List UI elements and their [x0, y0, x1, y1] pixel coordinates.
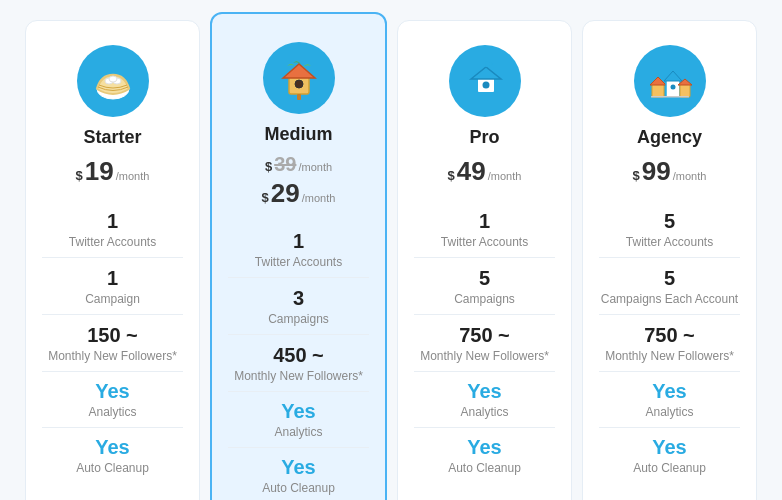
agency-icon: [634, 45, 706, 117]
medium-discounted-price-row: $ 29 /month: [262, 178, 336, 209]
agency-feature-label-1: Campaigns Each Account: [599, 292, 740, 306]
starter-feature-value-0: 1: [42, 209, 183, 233]
medium-original-price-row: $ 39 /month: [265, 153, 332, 176]
pro-feature-3: YesAnalytics: [414, 372, 555, 428]
plan-card-pro: Pro $ 49 /month 1Twitter Accounts5Campai…: [397, 20, 572, 500]
starter-price-row: $ 19 /month: [76, 156, 150, 187]
agency-feature-2: 750 ~Monthly New Followers*: [599, 315, 740, 372]
starter-icon: [77, 45, 149, 117]
pro-name: Pro: [469, 127, 499, 148]
svg-rect-11: [484, 93, 488, 101]
medium-feature-2: 450 ~Monthly New Followers*: [228, 335, 369, 392]
medium-feature-value-0: 1: [228, 229, 369, 253]
starter-feature-value-1: 1: [42, 266, 183, 290]
starter-feature-label-4: Auto Cleanup: [42, 461, 183, 475]
svg-marker-17: [664, 71, 682, 81]
agency-feature-value-3: Yes: [599, 380, 740, 403]
starter-feature-value-4: Yes: [42, 436, 183, 459]
pro-feature-label-0: Twitter Accounts: [414, 235, 555, 249]
agency-feature-label-3: Analytics: [599, 405, 740, 419]
pro-feature-value-3: Yes: [414, 380, 555, 403]
currency-symbol: $: [633, 168, 640, 183]
pro-feature-value-0: 1: [414, 209, 555, 233]
medium-period: /month: [302, 192, 336, 204]
pro-price-row: $ 49 /month: [448, 156, 522, 187]
agency-feature-1: 5Campaigns Each Account: [599, 258, 740, 315]
svg-point-3: [109, 76, 117, 82]
agency-feature-4: YesAuto Cleanup: [599, 428, 740, 483]
starter-amount: 19: [85, 156, 114, 187]
starter-feature-label-3: Analytics: [42, 405, 183, 419]
pro-feature-value-2: 750 ~: [414, 323, 555, 347]
starter-feature-2: 150 ~Monthly New Followers*: [42, 315, 183, 372]
svg-marker-13: [486, 61, 494, 67]
starter-feature-1: 1Campaign: [42, 258, 183, 315]
pro-feature-label-3: Analytics: [414, 405, 555, 419]
svg-marker-5: [283, 64, 315, 78]
agency-feature-value-4: Yes: [599, 436, 740, 459]
agency-price-row: $ 99 /month: [633, 156, 707, 187]
starter-feature-label-0: Twitter Accounts: [42, 235, 183, 249]
starter-feature-label-1: Campaign: [42, 292, 183, 306]
pro-period: /month: [488, 170, 522, 182]
pro-amount: 49: [457, 156, 486, 187]
agency-feature-label-2: Monthly New Followers*: [599, 349, 740, 363]
svg-marker-9: [471, 67, 501, 79]
currency-symbol: $: [76, 168, 83, 183]
svg-rect-7: [297, 94, 301, 100]
pro-feature-1: 5Campaigns: [414, 258, 555, 315]
svg-point-6: [295, 80, 303, 88]
pro-feature-2: 750 ~Monthly New Followers*: [414, 315, 555, 372]
agency-feature-0: 5Twitter Accounts: [599, 201, 740, 258]
agency-name: Agency: [637, 127, 702, 148]
pro-feature-0: 1Twitter Accounts: [414, 201, 555, 258]
starter-period: /month: [116, 170, 150, 182]
svg-rect-21: [651, 96, 689, 98]
starter-feature-value-3: Yes: [42, 380, 183, 403]
agency-feature-label-0: Twitter Accounts: [599, 235, 740, 249]
medium-feature-label-3: Analytics: [228, 425, 369, 439]
medium-feature-1: 3Campaigns: [228, 278, 369, 335]
agency-feature-3: YesAnalytics: [599, 372, 740, 428]
medium-icon: [263, 42, 335, 114]
pro-feature-value-4: Yes: [414, 436, 555, 459]
medium-feature-label-4: Auto Cleanup: [228, 481, 369, 495]
medium-feature-label-2: Monthly New Followers*: [228, 369, 369, 383]
agency-feature-value-0: 5: [599, 209, 740, 233]
medium-original-amount: 39: [274, 153, 296, 176]
starter-feature-label-2: Monthly New Followers*: [42, 349, 183, 363]
currency-symbol: $: [448, 168, 455, 183]
starter-feature-4: YesAuto Cleanup: [42, 428, 183, 483]
pro-feature-label-4: Auto Cleanup: [414, 461, 555, 475]
medium-feature-value-3: Yes: [228, 400, 369, 423]
medium-discounted-amount: 29: [271, 178, 300, 209]
starter-name: Starter: [83, 127, 141, 148]
plan-card-medium: Medium $ 39 /month $ 29 /month 1Twitter …: [210, 12, 387, 500]
pro-feature-label-2: Monthly New Followers*: [414, 349, 555, 363]
pro-feature-4: YesAuto Cleanup: [414, 428, 555, 483]
medium-feature-4: YesAuto Cleanup: [228, 448, 369, 500]
plan-card-agency: Agency $ 99 /month 5Twitter Accounts5Cam…: [582, 20, 757, 500]
currency-symbol: $: [265, 159, 272, 174]
pro-feature-value-1: 5: [414, 266, 555, 290]
agency-period: /month: [673, 170, 707, 182]
medium-period: /month: [298, 161, 332, 173]
medium-feature-0: 1Twitter Accounts: [228, 221, 369, 278]
starter-feature-3: YesAnalytics: [42, 372, 183, 428]
medium-feature-value-4: Yes: [228, 456, 369, 479]
svg-point-10: [482, 82, 489, 89]
pro-icon: [449, 45, 521, 117]
medium-feature-3: YesAnalytics: [228, 392, 369, 448]
currency-symbol: $: [262, 190, 269, 205]
medium-feature-label-0: Twitter Accounts: [228, 255, 369, 269]
starter-feature-value-2: 150 ~: [42, 323, 183, 347]
medium-feature-value-1: 3: [228, 286, 369, 310]
medium-name: Medium: [264, 124, 332, 145]
agency-feature-value-2: 750 ~: [599, 323, 740, 347]
starter-feature-0: 1Twitter Accounts: [42, 201, 183, 258]
svg-point-20: [670, 85, 675, 90]
agency-feature-value-1: 5: [599, 266, 740, 290]
pro-feature-label-1: Campaigns: [414, 292, 555, 306]
agency-feature-label-4: Auto Cleanup: [599, 461, 740, 475]
medium-feature-value-2: 450 ~: [228, 343, 369, 367]
